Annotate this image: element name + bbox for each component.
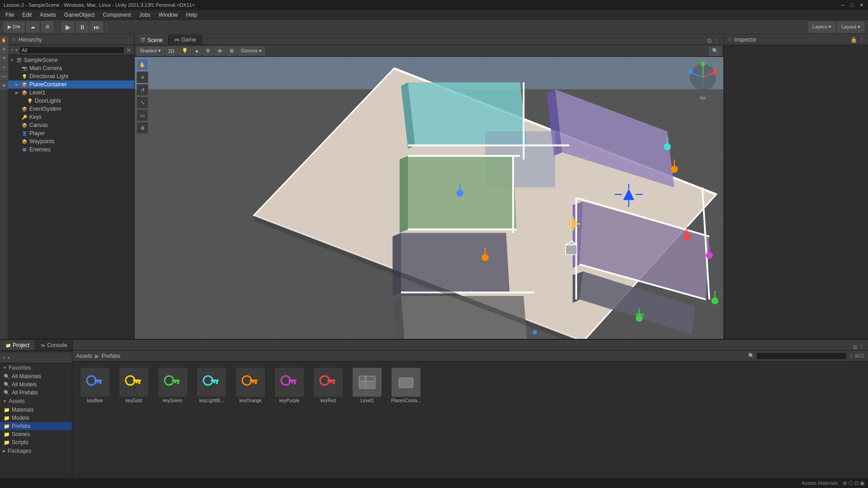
hierarchy-item-waypoints[interactable]: 📦 Waypoints xyxy=(8,137,134,145)
scene-viewport[interactable]: ✋ ✛ ↺ ⤡ ▭ ⊕ X xyxy=(135,57,723,339)
lighting-button[interactable]: 💡 xyxy=(179,47,191,56)
scene-scale-tool[interactable]: ⤡ xyxy=(137,97,148,108)
hand-tool-button[interactable]: ✋ xyxy=(0,36,8,44)
move-tool-button[interactable]: ✛ xyxy=(0,45,8,53)
menu-component[interactable]: Component xyxy=(99,11,134,19)
bottom-panel: 📁 Project ≫ Console ⧉ ⋮ xyxy=(0,339,868,488)
asset-keypurple[interactable]: keyPurple xyxy=(271,366,307,405)
hierarchy-item-eventsystem[interactable]: 📦 EventSystem xyxy=(8,105,134,113)
step-button[interactable]: ⏭ xyxy=(90,22,103,33)
shading-mode-button[interactable]: Shaded ▾ xyxy=(137,47,164,56)
proj-models[interactable]: 📁 Models xyxy=(0,414,72,422)
2d-button[interactable]: 2D xyxy=(165,47,178,56)
menu-window[interactable]: Window xyxy=(155,11,182,19)
proj-scenes[interactable]: 📁 Scenes xyxy=(0,430,72,438)
asset-keyblue-icon xyxy=(80,368,109,397)
project-maximize-button[interactable]: ⧉ xyxy=(853,344,857,350)
proj-scripts[interactable]: 📁 Scripts xyxy=(0,438,72,446)
close-button[interactable]: ✕ xyxy=(858,2,864,8)
gizmos-button[interactable]: Gizmos ▾ xyxy=(238,47,265,56)
scene-rotate-tool[interactable]: ↺ xyxy=(137,84,148,96)
cloud-button[interactable]: ☁ xyxy=(26,22,39,33)
tab-console[interactable]: ≫ Console xyxy=(35,340,73,350)
hierarchy-close-search[interactable]: ✕ xyxy=(126,47,132,54)
asset-keygreen[interactable]: keyGreen xyxy=(155,366,191,405)
play-button[interactable]: ▶ xyxy=(61,22,74,33)
hierarchy-item-level1[interactable]: ▶ 📦 Level1 xyxy=(8,89,134,97)
player-icon: 👤 xyxy=(21,130,28,137)
tab-game[interactable]: 🎮 Game xyxy=(169,35,202,45)
hierarchy-search-input[interactable] xyxy=(19,47,124,54)
scene-maximize-button[interactable]: ⧉ xyxy=(707,37,712,45)
asset-planecontainer[interactable]: PlanesConta... xyxy=(388,366,424,405)
asset-keylightbl[interactable]: keyLightBl... xyxy=(193,366,230,405)
hierarchy-options[interactable]: ⋮ xyxy=(126,37,131,42)
asset-planecontainer-label: PlanesConta... xyxy=(391,398,421,403)
left-toolbar: ✋ ✛ ↺ ⤡ ▭ ⊕ xyxy=(0,34,8,339)
asset-level1[interactable]: Level1 xyxy=(349,366,385,405)
scene-menu-button[interactable]: ⋮ xyxy=(713,38,720,45)
asset-keyorange[interactable]: keyOrange xyxy=(232,366,269,405)
hierarchy-item-samplescene[interactable]: ▼ 🎬 SampleScene xyxy=(8,56,134,64)
project-sidebar-dropdown[interactable]: ▾ xyxy=(8,355,10,360)
transform-tool-button[interactable]: ⊕ xyxy=(0,81,8,89)
menu-edit[interactable]: Edit xyxy=(19,11,35,19)
hierarchy-item-canvas[interactable]: 📦 Canvas xyxy=(8,121,134,129)
hierarchy-item-planecontainer[interactable]: ▶ 📦 PlaneContainer xyxy=(8,80,134,89)
unity-settings-button[interactable]: ⚙ xyxy=(41,22,54,33)
proj-materials[interactable]: 📁 Materials xyxy=(0,406,72,414)
inspector-more-button[interactable]: ⋮ xyxy=(859,37,864,43)
section-packages[interactable]: ▶ Packages xyxy=(0,446,72,455)
rect-tool-button[interactable]: ▭ xyxy=(0,72,8,80)
scene-move-tool[interactable]: ✛ xyxy=(137,71,148,83)
proj-all-prefabs[interactable]: 🔍 All Prefabs xyxy=(0,389,72,397)
rotate-tool-button[interactable]: ↺ xyxy=(0,54,8,62)
layout-button[interactable]: Layout ▾ xyxy=(837,22,864,33)
search-clear-button[interactable]: ☆ xyxy=(849,353,853,359)
breadcrumb-prefabs[interactable]: Prefabs xyxy=(102,353,120,359)
asset-keyred[interactable]: keyRed xyxy=(310,366,346,405)
tab-project[interactable]: 📁 Project xyxy=(0,340,35,350)
hierarchy-item-doorlights[interactable]: 💡 DoorLights xyxy=(8,97,134,105)
hierarchy-item-keys[interactable]: 🔑 Keys xyxy=(8,113,134,121)
titlebar-controls[interactable]: ─ □ ✕ xyxy=(840,2,864,8)
minimize-button[interactable]: ─ xyxy=(840,2,846,8)
proj-all-models[interactable]: 🔍 All Models xyxy=(0,380,72,389)
scale-tool-button[interactable]: ⤡ xyxy=(0,63,8,71)
tab-scene[interactable]: 🎬 Scene xyxy=(135,35,169,45)
section-assets[interactable]: ▼ Assets xyxy=(0,397,72,406)
collab-button[interactable]: ▶ DI▾ xyxy=(4,22,24,33)
breadcrumb-assets[interactable]: Assets xyxy=(76,353,92,359)
hierarchy-item-directionallight[interactable]: 💡 Directional Light xyxy=(8,72,134,80)
menu-file[interactable]: File xyxy=(2,11,18,19)
project-main: Assets ▶ Prefabs 🔍 ☆ ⊞12 xyxy=(72,351,868,488)
maximize-button[interactable]: □ xyxy=(849,2,855,8)
proj-all-materials[interactable]: 🔍 All Materials xyxy=(0,372,72,380)
hierarchy-item-enemies[interactable]: 👾 Enemies xyxy=(8,145,134,154)
menu-help[interactable]: Help xyxy=(183,11,201,19)
svg-marker-25 xyxy=(400,156,408,233)
layers-button[interactable]: Layers ▾ xyxy=(808,22,835,33)
section-favorites[interactable]: ▼ Favorites xyxy=(0,363,72,372)
add-folder-button[interactable]: + xyxy=(3,355,6,361)
menu-gameobject[interactable]: GameObject xyxy=(61,11,98,19)
menu-jobs[interactable]: Jobs xyxy=(135,11,154,19)
project-search-input[interactable] xyxy=(756,352,847,360)
scene-rect-tool[interactable]: ▭ xyxy=(137,109,148,121)
hierarchy-item-maincamera[interactable]: 📷 Main Camera xyxy=(8,64,134,72)
inspector-lock-button[interactable]: 🔒 xyxy=(850,37,857,43)
asset-keygold[interactable]: keyGold xyxy=(116,366,152,405)
menu-assets[interactable]: Assets xyxy=(36,11,60,19)
hierarchy-item-player[interactable]: 👤 Player xyxy=(8,129,134,137)
hidden-objects-button[interactable]: 👁 xyxy=(214,47,226,56)
grid-button[interactable]: ⊞ xyxy=(226,47,237,56)
scene-hand-tool[interactable]: ✋ xyxy=(137,59,148,70)
scene-transform-tool[interactable]: ⊕ xyxy=(137,122,148,134)
project-menu-button[interactable]: ⋮ xyxy=(859,344,864,350)
asset-keyblue[interactable]: keyBlue xyxy=(77,366,113,405)
search-scene-button[interactable]: 🔍 xyxy=(709,47,722,56)
pause-button[interactable]: ⏸ xyxy=(76,22,89,33)
audio-button[interactable]: ● xyxy=(192,47,202,56)
proj-prefabs[interactable]: 📁 Prefabs xyxy=(0,422,72,430)
effects-button[interactable]: ⚙ xyxy=(203,47,213,56)
